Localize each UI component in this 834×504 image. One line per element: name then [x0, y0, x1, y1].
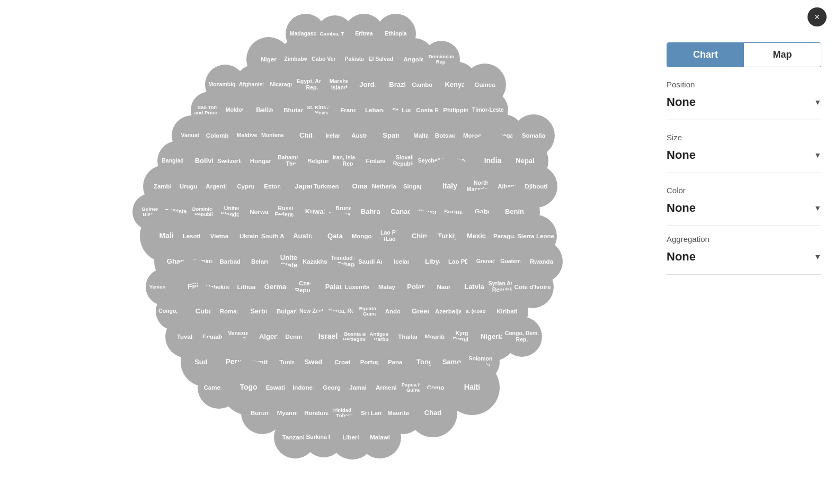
- aggregation-select[interactable]: None ▼: [667, 248, 821, 266]
- position-value: None: [667, 95, 696, 109]
- aggregation-control: Aggregation None ▼: [667, 235, 821, 275]
- tab-chart[interactable]: Chart: [667, 43, 744, 67]
- bubble-congo--dem--rep-: Congo, Dem. Rep.: [502, 317, 542, 357]
- size-value: None: [667, 148, 696, 162]
- bubble-chad: Chad: [409, 389, 457, 437]
- color-select[interactable]: None ▼: [667, 199, 821, 217]
- tab-group: Chart Map: [667, 42, 821, 67]
- aggregation-value: None: [667, 250, 696, 264]
- sidebar: × Chart Map Position None ▼ Size None ▼ …: [654, 0, 834, 504]
- position-label: Position: [667, 80, 821, 89]
- color-value: None: [667, 201, 696, 215]
- bubble-container: MadagascarGambia, TheEritreaEthiopiaNige…: [88, 14, 565, 490]
- aggregation-label: Aggregation: [667, 235, 821, 244]
- tab-map[interactable]: Map: [744, 43, 821, 67]
- chart-area: MadagascarGambia, TheEritreaEthiopiaNige…: [0, 0, 654, 504]
- size-select[interactable]: None ▼: [667, 146, 821, 164]
- color-control: Color None ▼: [667, 186, 821, 226]
- bubble-malawi: Malawi: [359, 416, 401, 458]
- size-label: Size: [667, 133, 821, 142]
- position-dropdown-arrow: ▼: [814, 98, 821, 106]
- aggregation-dropdown-arrow: ▼: [814, 253, 821, 261]
- position-select[interactable]: None ▼: [667, 93, 821, 111]
- position-control: Position None ▼: [667, 80, 821, 120]
- size-dropdown-arrow: ▼: [814, 151, 821, 159]
- close-button[interactable]: ×: [808, 7, 827, 26]
- color-dropdown-arrow: ▼: [814, 204, 821, 212]
- size-control: Size None ▼: [667, 133, 821, 173]
- color-label: Color: [667, 186, 821, 195]
